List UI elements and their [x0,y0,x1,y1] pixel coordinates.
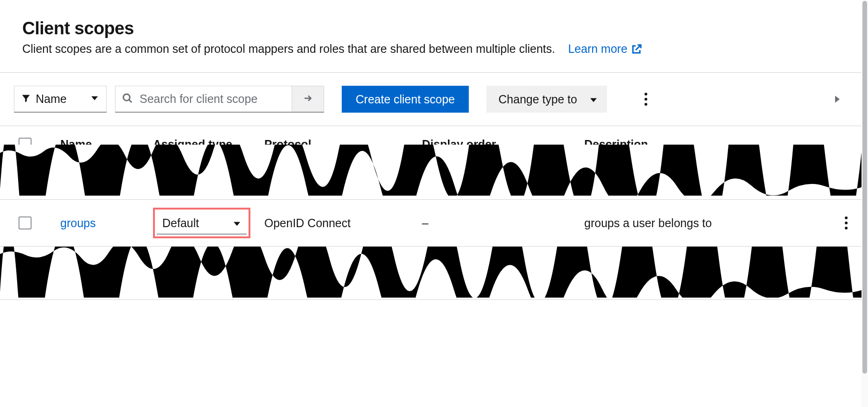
arrow-right-icon [303,93,313,105]
kebab-icon [645,93,647,106]
redacted-rows-top [0,145,862,196]
learn-more-label: Learn more [568,42,627,56]
kebab-icon [845,216,848,229]
row-kebab-menu[interactable] [845,216,848,229]
caret-down-icon [234,216,240,230]
scrollbar-thumb[interactable] [862,1,867,374]
page-title: Client scopes [22,19,839,38]
change-type-label: Change type to [498,93,577,106]
page-subtitle: Client scopes are a common set of protoc… [22,42,555,56]
search-submit-button[interactable] [292,86,324,113]
table-row: groups Default OpenID Connect – gro [0,200,862,246]
assigned-type-select[interactable]: Default [153,208,250,238]
toolbar-kebab-menu[interactable] [637,90,655,108]
vertical-scrollbar[interactable] [862,0,868,407]
filter-attribute-label: Name [36,92,67,106]
page-header: Client scopes Client scopes are a common… [0,0,862,72]
svg-point-0 [123,94,130,101]
row-checkbox[interactable] [19,216,32,229]
search-box[interactable] [115,86,292,113]
filter-attribute-dropdown[interactable]: Name [14,86,107,113]
assigned-type-value: Default [162,216,199,230]
search-icon [122,93,133,106]
learn-more-link[interactable]: Learn more [568,42,642,56]
toolbar-overflow-caret[interactable] [831,93,844,106]
filter-icon [21,93,31,105]
protocol-cell: OpenID Connect [264,216,422,230]
change-type-dropdown[interactable]: Change type to [486,86,607,113]
scope-name-link[interactable]: groups [60,216,96,230]
client-scopes-table: Name Assigned type Protocol Display orde… [0,126,862,300]
external-link-icon [631,44,642,55]
caret-down-icon [590,93,597,106]
create-client-scope-button[interactable]: Create client scope [342,86,469,113]
display-order-cell: – [422,216,584,230]
toolbar: Name [0,73,862,126]
caret-down-icon [91,95,98,103]
table-end-divider [0,299,862,300]
search-input[interactable] [139,92,287,106]
description-cell: groups a user belongs to [584,216,820,230]
redacted-rows-bottom [0,247,862,298]
